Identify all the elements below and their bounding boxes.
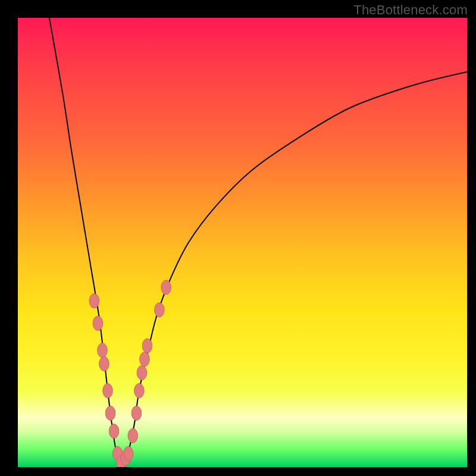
marker-point xyxy=(123,446,133,461)
marker-point xyxy=(134,384,145,398)
marker-point xyxy=(142,339,152,353)
chart-frame: TheBottleneck.com xyxy=(0,0,476,476)
marker-point xyxy=(140,352,150,367)
marker-point xyxy=(103,384,113,398)
marker-point xyxy=(99,356,109,371)
marker-point xyxy=(131,406,142,420)
curve-path xyxy=(49,18,467,463)
plot-area xyxy=(18,18,467,467)
marker-point xyxy=(105,406,115,420)
marker-point xyxy=(109,424,119,439)
marker-point xyxy=(155,303,165,317)
marker-point xyxy=(89,294,99,308)
curve-svg xyxy=(18,18,467,467)
marker-point xyxy=(93,316,103,330)
marker-point xyxy=(137,365,147,380)
marker-point xyxy=(128,428,138,443)
highlighted-markers xyxy=(89,280,171,467)
marker-point xyxy=(98,343,108,358)
watermark-text: TheBottleneck.com xyxy=(353,2,468,18)
marker-point xyxy=(161,280,171,295)
bottleneck-curve xyxy=(49,18,467,463)
